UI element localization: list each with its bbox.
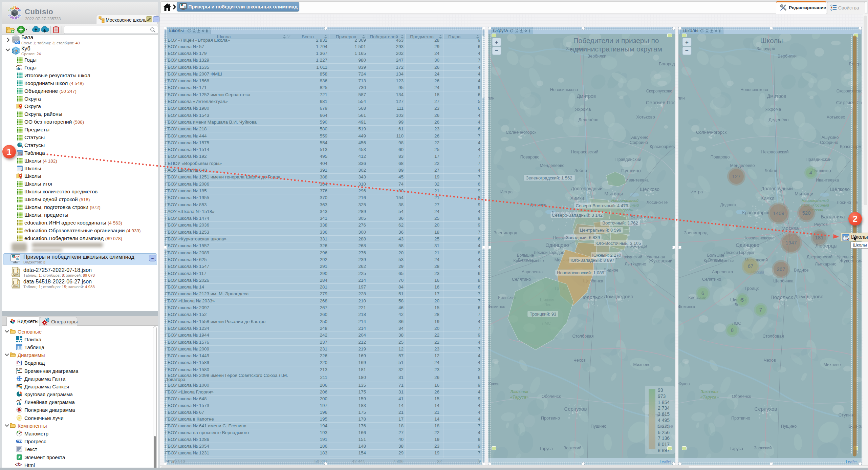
svg-text:JSON: JSON [13, 274, 19, 276]
svg-text:JSON: JSON [13, 285, 19, 287]
svg-text:Leaflet: Leaflet [659, 460, 671, 464]
svg-text:Leaflet: Leaflet [846, 460, 858, 464]
svg-text:SQL: SQL [15, 41, 20, 44]
svg-text:{ }: { } [13, 269, 19, 273]
svg-text:{ }: { } [13, 281, 19, 284]
